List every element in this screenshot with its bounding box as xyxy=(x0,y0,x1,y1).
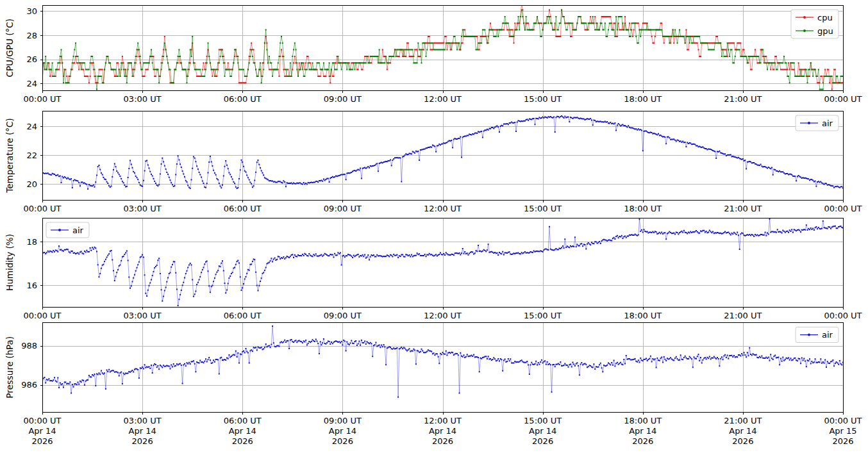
x-tick-label: 09:00 UT xyxy=(324,311,362,320)
x-tick-label: 06:00 UT xyxy=(224,416,262,425)
x-year-label: 2026 xyxy=(832,436,853,446)
y-tick-label: 24 xyxy=(26,79,37,88)
grid-cpu-gpu xyxy=(42,5,844,91)
y-tick-label: 22 xyxy=(26,151,37,160)
panel-pressure: 98698800:00 UTApr 14202603:00 UTApr 1420… xyxy=(4,323,862,446)
x-tick-label: 03:00 UT xyxy=(124,311,162,320)
x-tick-label: 00:00 UT xyxy=(824,204,862,213)
x-date-label: Apr 14 xyxy=(429,426,456,436)
x-tick-label: 21:00 UT xyxy=(724,416,762,425)
x-tick-label: 21:00 UT xyxy=(724,94,762,104)
x-year-label: 2026 xyxy=(132,436,153,446)
y-tick-label: 16 xyxy=(26,281,37,290)
x-tick-label: 18:00 UT xyxy=(624,204,662,213)
y-axis-label-humidity: Humidity (%) xyxy=(4,234,15,291)
x-tick-label: 00:00 UT xyxy=(23,204,61,213)
y-axis-label-pressure: Pressure (hPa) xyxy=(4,336,15,399)
legend-label-gpu: gpu xyxy=(817,26,833,36)
x-tick-label: 00:00 UT xyxy=(23,311,61,320)
x-tick-label: 18:00 UT xyxy=(624,311,662,320)
y-tick-label: 28 xyxy=(26,31,37,40)
y-tick-label: 30 xyxy=(26,6,37,16)
x-tick-label: 15:00 UT xyxy=(524,204,562,213)
x-tick-label: 18:00 UT xyxy=(624,416,662,425)
x-tick-label: 03:00 UT xyxy=(124,94,162,104)
ticks-pressure xyxy=(40,347,844,415)
x-tick-label: 06:00 UT xyxy=(224,94,262,104)
data-region-pressure xyxy=(42,326,844,397)
x-tick-label: 00:00 UT xyxy=(824,94,862,104)
x-year-label: 2026 xyxy=(632,436,653,446)
figure-canvas: 2426283000:00 UT03:00 UT06:00 UT09:00 UT… xyxy=(0,0,868,453)
cpu-series-markers xyxy=(42,3,844,89)
air-series-line xyxy=(42,116,843,189)
y-axis-label-temperature: Temperature (°C) xyxy=(4,118,15,194)
y-axis-label-cpu-gpu: CPU/GPU (°C) xyxy=(4,19,15,77)
x-tick-label: 15:00 UT xyxy=(524,416,562,425)
y-tick-label: 20 xyxy=(26,179,37,189)
x-tick-label: 12:00 UT xyxy=(424,204,462,213)
x-tick-label: 09:00 UT xyxy=(324,416,362,425)
panel-cpu-gpu: 2426283000:00 UT03:00 UT06:00 UT09:00 UT… xyxy=(4,3,862,104)
y-tick-label: 986 xyxy=(21,380,37,390)
ticks-temperature xyxy=(40,127,844,202)
x-date-label: Apr 14 xyxy=(529,426,556,436)
x-tick-label: 09:00 UT xyxy=(324,94,362,104)
data-region-temperature xyxy=(42,116,844,189)
x-date-label: Apr 15 xyxy=(829,426,856,436)
x-tick-label: 21:00 UT xyxy=(724,311,762,320)
x-date-label: Apr 14 xyxy=(28,426,56,436)
x-tick-label: 15:00 UT xyxy=(524,94,562,104)
air-series-markers xyxy=(42,116,844,189)
data-region-humidity xyxy=(42,219,844,306)
x-year-label: 2026 xyxy=(31,436,53,446)
legend-temperature: air xyxy=(796,115,839,131)
legend-sample-marker-air xyxy=(58,229,61,231)
air-series-line xyxy=(42,219,843,306)
x-year-label: 2026 xyxy=(232,436,253,446)
legend-sample-marker-gpu xyxy=(803,29,806,32)
x-tick-label: 03:00 UT xyxy=(124,416,162,425)
panel-temperature: 20222400:00 UT03:00 UT06:00 UT09:00 UT12… xyxy=(4,111,862,213)
axes-frame-humidity xyxy=(42,218,843,307)
x-year-label: 2026 xyxy=(432,436,453,446)
legend-sample-marker-air xyxy=(808,334,810,336)
x-tick-label: 06:00 UT xyxy=(224,311,262,320)
y-tick-label: 18 xyxy=(26,237,37,247)
x-tick-label: 15:00 UT xyxy=(524,311,562,320)
legend-pressure: air xyxy=(796,327,839,343)
x-tick-label: 09:00 UT xyxy=(324,204,362,213)
legend-cpu-gpu: cpugpu xyxy=(791,10,839,38)
legend-label-cpu: cpu xyxy=(817,13,833,22)
legend-label-air: air xyxy=(72,226,84,235)
x-year-label: 2026 xyxy=(732,436,753,446)
legend-sample-marker-air xyxy=(808,122,810,124)
y-tick-label: 26 xyxy=(26,54,37,64)
panel-humidity: 161800:00 UT03:00 UT06:00 UT09:00 UT12:0… xyxy=(4,218,862,320)
x-date-label: Apr 14 xyxy=(129,426,156,436)
cpu-series-line xyxy=(42,3,843,89)
x-date-label: Apr 14 xyxy=(229,426,256,436)
x-tick-label: 00:00 UT xyxy=(23,416,61,425)
x-tick-label: 12:00 UT xyxy=(424,94,462,104)
x-date-label: Apr 14 xyxy=(329,426,356,436)
legend-sample-marker-cpu xyxy=(803,16,806,19)
grid-temperature xyxy=(42,111,844,200)
data-region-cpu-gpu xyxy=(42,3,844,89)
legend-label-air: air xyxy=(822,330,833,340)
x-tick-label: 12:00 UT xyxy=(424,416,462,425)
legend-label-air: air xyxy=(822,119,833,128)
air-series-line xyxy=(42,326,843,397)
x-tick-label: 00:00 UT xyxy=(824,311,862,320)
gpu-series-markers xyxy=(42,10,844,90)
y-tick-label: 988 xyxy=(21,341,37,350)
x-year-label: 2026 xyxy=(532,436,553,446)
multi-panel-time-series-chart: 2426283000:00 UT03:00 UT06:00 UT09:00 UT… xyxy=(0,0,868,453)
legend-humidity: air xyxy=(46,222,89,238)
x-tick-label: 12:00 UT xyxy=(424,311,462,320)
x-tick-label: 03:00 UT xyxy=(124,204,162,213)
x-tick-label: 00:00 UT xyxy=(824,416,862,425)
x-tick-label: 21:00 UT xyxy=(724,204,762,213)
x-date-label: Apr 14 xyxy=(629,426,656,436)
x-date-label: Apr 14 xyxy=(729,426,756,436)
